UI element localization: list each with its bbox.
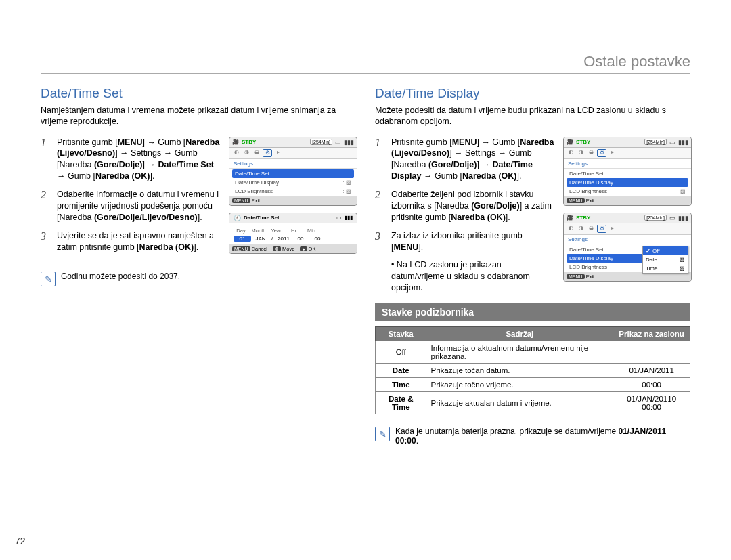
step-text: Pritisnite gumb [MENU] → Gumb [Naredba (…	[57, 137, 221, 183]
menu-item: Date/Time Set	[232, 169, 354, 178]
submenu-table: Stavka Sadržaj Prikaz na zaslonu Off Inf…	[375, 326, 690, 414]
section-title-datetime-set: Date/Time Set	[41, 86, 356, 101]
menu-item: Date/Time Display: ▧	[232, 178, 354, 187]
lcd-preview-datetime-set: 🕘 Date/Time Set ▭ ▮▮▮ Day Month Year Hr	[229, 213, 357, 254]
submenu-header: Stavke podizbornika	[375, 303, 690, 321]
lcd-preview-settings: 🎥 STBY [254Min] ▭ ▮▮▮ ◐◑◒⚙▸ Settings Dat…	[229, 137, 357, 206]
chapter-title: Ostale postavke	[41, 53, 690, 74]
settings-header: Settings	[229, 159, 357, 169]
step-number: 3	[375, 230, 384, 242]
step-number: 2	[375, 189, 384, 201]
lcd-preview-popup: 🎥STBY [254Min] ▭▮▮▮ ◐◑◒⚙▸ Settings Date/…	[563, 213, 692, 282]
step-number: 1	[41, 137, 50, 149]
footer-hints: MENUCancel ✥Move ●OK	[229, 244, 357, 253]
table-head: Sadržaj	[426, 327, 613, 341]
gear-icon: ⚙	[263, 149, 272, 157]
battery-icon: ▮▮▮	[344, 139, 354, 146]
sd-icon: ▭	[336, 215, 342, 221]
note-icon: ✎	[375, 427, 390, 441]
intro-right: Možete podesiti da datum i vrijeme budu …	[375, 105, 690, 127]
checkmark-icon: ✔	[646, 248, 650, 254]
note-text: Godinu možete podesiti do 2037.	[61, 272, 180, 281]
table-head: Prikaz na zaslonu	[613, 327, 690, 341]
table-row: Off Informacija o aktualnom datumu/vreme…	[376, 341, 690, 364]
lcd-preview-settings: 🎥 STBY [254Min] ▭▮▮▮ ◐◑◒⚙▸ Settings Date…	[563, 137, 692, 206]
table-head: Stavka	[376, 327, 426, 341]
record-icon: 🎥	[232, 139, 239, 145]
step-text: Uvjerite se da je sat ispravno namješten…	[57, 230, 221, 253]
menu-item: LCD Brightness: ▧	[232, 187, 354, 196]
options-popup: ✔Off Date▧ Time▧	[642, 246, 688, 274]
page-number: 72	[15, 536, 26, 546]
day-value: 01	[234, 236, 251, 242]
clock-icon: 🕘	[234, 215, 241, 221]
section-title-datetime-display: Date/Time Display	[375, 86, 690, 101]
step-number: 1	[375, 137, 384, 149]
step-number: 3	[41, 230, 50, 242]
bullet-text: Na LCD zaslonu je prikazan datum/vrijeme…	[391, 260, 530, 293]
intro-left: Namještanjem datuma i vremena možete pri…	[41, 105, 356, 127]
time-remaining: [254Min]	[310, 139, 332, 145]
step-text: Odaberite informacije o datumu i vremenu…	[57, 189, 221, 223]
footer-hints: MENUExit	[229, 196, 357, 205]
step-text: Pritisnite gumb [MENU] → Gumb [Naredba (…	[391, 137, 555, 183]
tab-icons: ◐◑◒⚙▸	[229, 148, 357, 159]
dts-title: Date/Time Set	[244, 215, 280, 221]
table-row: Time Prikazuje točno vrijeme. 00:00	[376, 378, 690, 392]
step-text: Odaberite željeni pod izbornik i stavku …	[391, 189, 555, 223]
note-icon: ✎	[41, 272, 56, 286]
table-row: Date Prikazuje točan datum. 01/JAN/2011	[376, 364, 690, 378]
sd-icon: ▭	[335, 139, 341, 146]
stby-label: STBY	[242, 139, 256, 145]
note-text: Kada je unutarnja baterija prazna, prika…	[395, 427, 690, 446]
battery-icon: ▮▮▮	[345, 215, 353, 221]
step-text: Za izlaz iz izbornika pritisnite gumb [M…	[391, 230, 555, 253]
step-number: 2	[41, 189, 50, 201]
table-row: Date & Time Prikazuje aktualan datum i v…	[376, 392, 690, 414]
record-icon: 🎥	[567, 139, 573, 145]
